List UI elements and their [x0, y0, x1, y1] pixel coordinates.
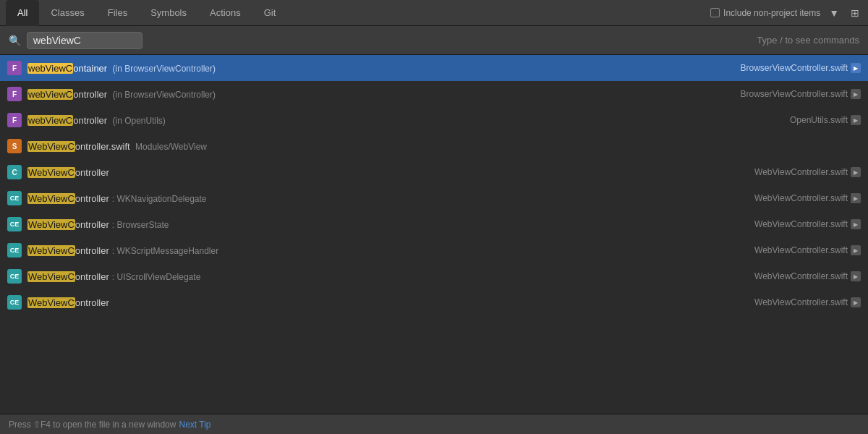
- result-icon: CE: [7, 295, 22, 310]
- tab-files[interactable]: Files: [96, 0, 139, 26]
- result-name: WebViewController: WKScriptMessageHandle…: [27, 245, 743, 256]
- file-jump-icon[interactable]: ▶: [851, 245, 861, 255]
- status-bar: Press ⇧F4 to open the file in a new wind…: [0, 414, 868, 434]
- toolbar-right: Include non-project items ▼ ⊞: [710, 6, 862, 20]
- result-name: WebViewController.swift Modules/WebView: [27, 141, 861, 152]
- result-file: WebViewController.swift▶: [743, 219, 861, 229]
- search-bar: 🔍 Type / to see commands: [0, 26, 868, 55]
- result-row[interactable]: FwebViewController (in OpenUtils)OpenUti…: [0, 107, 868, 133]
- tab-symbols[interactable]: Symbols: [139, 0, 198, 26]
- file-jump-icon[interactable]: ▶: [851, 271, 861, 281]
- result-file: WebViewController.swift▶: [743, 271, 861, 281]
- result-secondary: (in BrowserViewController): [110, 64, 216, 74]
- result-file: WebViewController.swift▶: [743, 193, 861, 203]
- search-hint: Type / to see commands: [757, 35, 859, 46]
- result-secondary: Modules/WebView: [133, 142, 207, 152]
- file-jump-icon[interactable]: ▶: [851, 297, 861, 307]
- file-jump-icon[interactable]: ▶: [851, 115, 861, 125]
- result-name: WebViewController: WKNavigationDelegate: [27, 193, 743, 204]
- result-row[interactable]: CEWebViewController: UIScrollViewDelegat…: [0, 263, 868, 289]
- file-jump-icon[interactable]: ▶: [851, 219, 861, 229]
- result-secondary: (in BrowserViewController): [110, 90, 216, 100]
- tab-bar: All Classes Files Symbols Actions Git In…: [0, 0, 868, 26]
- result-secondary: (in OpenUtils): [110, 116, 166, 126]
- result-row[interactable]: CEWebViewController: WKNavigationDelegat…: [0, 185, 868, 211]
- main-window: All Classes Files Symbols Actions Git In…: [0, 0, 868, 434]
- tab-classes[interactable]: Classes: [39, 0, 95, 26]
- result-icon: F: [7, 61, 22, 75]
- file-jump-icon[interactable]: ▶: [851, 89, 861, 99]
- layout-icon[interactable]: ⊞: [848, 6, 862, 20]
- result-icon: CE: [7, 217, 22, 231]
- result-name: WebViewController: [27, 297, 743, 308]
- result-file: OpenUtils.swift▶: [778, 115, 861, 125]
- include-non-project-label: Include non-project items: [723, 8, 820, 18]
- result-file: BrowserViewController.swift▶: [729, 63, 861, 73]
- filter-icon[interactable]: ▼: [826, 6, 842, 20]
- result-row[interactable]: CEWebViewControllerWebViewController.swi…: [0, 289, 868, 315]
- result-row[interactable]: FwebViewContainer (in BrowserViewControl…: [0, 55, 868, 81]
- result-secondary: : WKNavigationDelegate: [112, 194, 207, 204]
- result-icon: F: [7, 113, 22, 127]
- result-icon: F: [7, 87, 22, 101]
- file-jump-icon[interactable]: ▶: [851, 193, 861, 203]
- result-row[interactable]: FwebViewController (in BrowserViewContro…: [0, 81, 868, 107]
- tab-all[interactable]: All: [6, 0, 39, 26]
- result-row[interactable]: CEWebViewController: WKScriptMessageHand…: [0, 237, 868, 263]
- result-row[interactable]: CEWebViewController: BrowserStateWebView…: [0, 211, 868, 237]
- result-name: webViewController (in OpenUtils): [27, 115, 778, 126]
- result-icon: CE: [7, 269, 22, 284]
- result-icon: C: [7, 165, 22, 179]
- result-name: WebViewController: UIScrollViewDelegate: [27, 271, 743, 282]
- result-file: WebViewController.swift▶: [743, 167, 861, 177]
- result-icon: S: [7, 139, 22, 153]
- result-secondary: : UIScrollViewDelegate: [112, 272, 201, 282]
- results-list: FwebViewContainer (in BrowserViewControl…: [0, 55, 868, 414]
- next-tip-link[interactable]: Next Tip: [179, 420, 210, 430]
- tab-actions[interactable]: Actions: [198, 0, 252, 26]
- result-secondary: : WKScriptMessageHandler: [112, 246, 218, 256]
- result-row[interactable]: SWebViewController.swift Modules/WebView: [0, 133, 868, 159]
- result-icon: CE: [7, 243, 22, 258]
- result-name: webViewController (in BrowserViewControl…: [27, 89, 729, 100]
- result-row[interactable]: CWebViewControllerWebViewController.swif…: [0, 159, 868, 185]
- tab-git[interactable]: Git: [252, 0, 288, 26]
- include-non-project-container[interactable]: Include non-project items: [710, 8, 820, 18]
- file-jump-icon[interactable]: ▶: [851, 167, 861, 177]
- result-name: WebViewController: BrowserState: [27, 219, 743, 230]
- result-secondary: : BrowserState: [112, 220, 169, 230]
- result-file: WebViewController.swift▶: [743, 297, 861, 307]
- file-jump-icon[interactable]: ▶: [851, 63, 861, 73]
- search-icon: 🔍: [9, 35, 21, 46]
- result-name: webViewContainer (in BrowserViewControll…: [27, 63, 729, 74]
- search-input[interactable]: [27, 32, 142, 49]
- include-non-project-checkbox[interactable]: [710, 8, 720, 17]
- tip-text: Press ⇧F4 to open the file in a new wind…: [9, 420, 176, 430]
- result-file: WebViewController.swift▶: [743, 245, 861, 255]
- result-name: WebViewController: [27, 167, 743, 178]
- result-icon: CE: [7, 191, 22, 205]
- result-file: BrowserViewController.swift▶: [729, 89, 861, 99]
